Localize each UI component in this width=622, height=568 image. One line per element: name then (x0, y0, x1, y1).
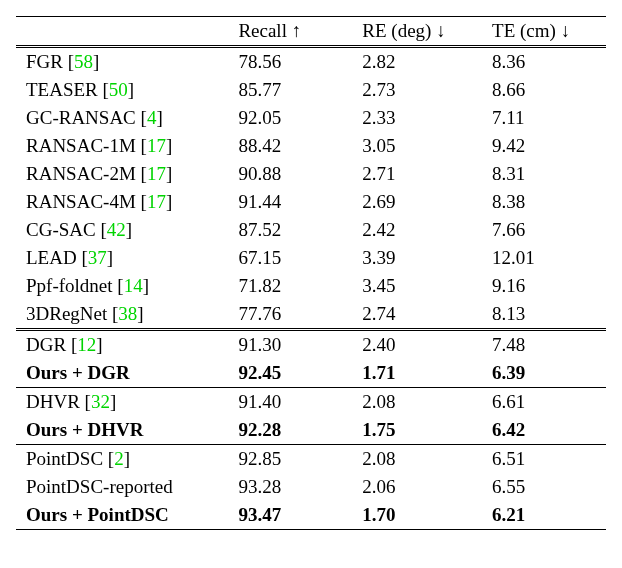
citation-link[interactable]: 17 (147, 135, 166, 156)
table-row: Ours + PointDSC93.471.706.21 (16, 501, 606, 530)
method-name: LEAD [37] (16, 244, 228, 272)
cell-re: 2.71 (352, 160, 482, 188)
cell-te: 9.42 (482, 132, 606, 160)
method-name: PointDSC-reported (16, 473, 228, 501)
method-name: Ours + DHVR (16, 416, 228, 445)
cell-re: 2.08 (352, 388, 482, 417)
cell-re: 2.08 (352, 445, 482, 474)
cell-recall: 91.40 (228, 388, 352, 417)
cell-te: 8.38 (482, 188, 606, 216)
method-name: CG-SAC [42] (16, 216, 228, 244)
cell-te: 9.16 (482, 272, 606, 300)
citation-link[interactable]: 42 (107, 219, 126, 240)
table-row: RANSAC-4M [17]91.442.698.38 (16, 188, 606, 216)
cell-recall: 93.28 (228, 473, 352, 501)
cell-recall: 92.28 (228, 416, 352, 445)
method-name-text: DHVR (26, 391, 85, 412)
cell-recall: 91.44 (228, 188, 352, 216)
method-name: DHVR [32] (16, 388, 228, 417)
citation-link[interactable]: 37 (88, 247, 107, 268)
header-row: Recall ↑ RE (deg) ↓ TE (cm) ↓ (16, 17, 606, 47)
cell-recall: 71.82 (228, 272, 352, 300)
method-name: RANSAC-2M [17] (16, 160, 228, 188)
citation-link[interactable]: 4 (147, 107, 157, 128)
citation-link[interactable]: 2 (114, 448, 124, 469)
header-empty (16, 17, 228, 47)
cell-te: 6.55 (482, 473, 606, 501)
method-name-text: LEAD (26, 247, 81, 268)
table-row: DHVR [32]91.402.086.61 (16, 388, 606, 417)
cell-te: 6.42 (482, 416, 606, 445)
method-name: Ppf-foldnet [14] (16, 272, 228, 300)
method-name-text: 3DRegNet (26, 303, 112, 324)
cell-te: 8.31 (482, 160, 606, 188)
cell-te: 7.66 (482, 216, 606, 244)
method-name: RANSAC-4M [17] (16, 188, 228, 216)
results-table: Recall ↑ RE (deg) ↓ TE (cm) ↓ FGR [58]78… (16, 16, 606, 530)
cell-recall: 77.76 (228, 300, 352, 330)
cell-te: 8.66 (482, 76, 606, 104)
method-name-text: Ppf-foldnet (26, 275, 117, 296)
table-row: Ours + DHVR92.281.756.42 (16, 416, 606, 445)
cell-recall: 88.42 (228, 132, 352, 160)
method-name: FGR [58] (16, 47, 228, 77)
citation-link[interactable]: 14 (124, 275, 143, 296)
header-re: RE (deg) ↓ (352, 17, 482, 47)
cell-re: 1.70 (352, 501, 482, 530)
table-row: PointDSC [2]92.852.086.51 (16, 445, 606, 474)
cell-re: 1.71 (352, 359, 482, 388)
table-row: RANSAC-1M [17]88.423.059.42 (16, 132, 606, 160)
table-row: PointDSC-reported93.282.066.55 (16, 473, 606, 501)
method-name: Ours + PointDSC (16, 501, 228, 530)
method-name-text: TEASER (26, 79, 103, 100)
table-row: FGR [58]78.562.828.36 (16, 47, 606, 77)
citation-link[interactable]: 50 (109, 79, 128, 100)
table-row: Ppf-foldnet [14]71.823.459.16 (16, 272, 606, 300)
cell-te: 6.61 (482, 388, 606, 417)
citation-link[interactable]: 38 (118, 303, 137, 324)
method-name-text: RANSAC-1M (26, 135, 141, 156)
method-name-text: RANSAC-2M (26, 163, 141, 184)
header-recall: Recall ↑ (228, 17, 352, 47)
method-name: PointDSC [2] (16, 445, 228, 474)
cell-te: 7.48 (482, 330, 606, 360)
cell-recall: 67.15 (228, 244, 352, 272)
cell-re: 3.05 (352, 132, 482, 160)
citation-link[interactable]: 32 (91, 391, 110, 412)
cell-re: 2.42 (352, 216, 482, 244)
cell-re: 2.82 (352, 47, 482, 77)
cell-te: 6.51 (482, 445, 606, 474)
cell-re: 2.06 (352, 473, 482, 501)
table-row: DGR [12]91.302.407.48 (16, 330, 606, 360)
table-row: 3DRegNet [38]77.762.748.13 (16, 300, 606, 330)
citation-link[interactable]: 17 (147, 191, 166, 212)
header-te: TE (cm) ↓ (482, 17, 606, 47)
citation-link[interactable]: 12 (77, 334, 96, 355)
cell-recall: 92.45 (228, 359, 352, 388)
cell-recall: 85.77 (228, 76, 352, 104)
cell-re: 2.33 (352, 104, 482, 132)
cell-recall: 92.05 (228, 104, 352, 132)
table-row: TEASER [50]85.772.738.66 (16, 76, 606, 104)
method-name: 3DRegNet [38] (16, 300, 228, 330)
cell-re: 3.39 (352, 244, 482, 272)
cell-recall: 78.56 (228, 47, 352, 77)
table-row: Ours + DGR92.451.716.39 (16, 359, 606, 388)
table-row: GC-RANSAC [4]92.052.337.11 (16, 104, 606, 132)
cell-te: 6.21 (482, 501, 606, 530)
method-name: GC-RANSAC [4] (16, 104, 228, 132)
method-name-text: FGR (26, 51, 68, 72)
cell-te: 8.13 (482, 300, 606, 330)
cell-recall: 87.52 (228, 216, 352, 244)
method-name-text: CG-SAC (26, 219, 100, 240)
cell-re: 2.73 (352, 76, 482, 104)
cell-te: 12.01 (482, 244, 606, 272)
table-row: CG-SAC [42]87.522.427.66 (16, 216, 606, 244)
method-name: DGR [12] (16, 330, 228, 360)
citation-link[interactable]: 58 (74, 51, 93, 72)
cell-recall: 93.47 (228, 501, 352, 530)
cell-re: 2.69 (352, 188, 482, 216)
cell-re: 3.45 (352, 272, 482, 300)
citation-link[interactable]: 17 (147, 163, 166, 184)
cell-recall: 91.30 (228, 330, 352, 360)
